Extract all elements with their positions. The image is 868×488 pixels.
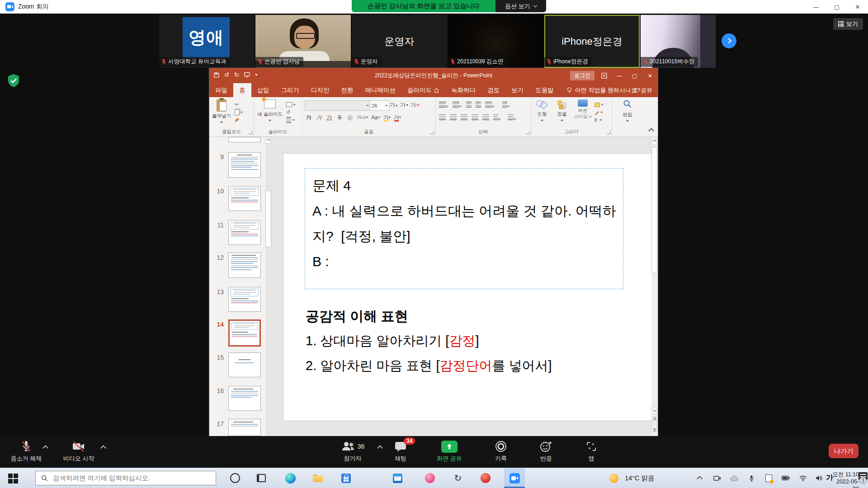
participant-tile[interactable]: 손광민 강사님 (255, 15, 351, 68)
view-options-button[interactable]: 옵션 보기 (495, 0, 546, 12)
start-video-button[interactable]: 비디오 시작 (58, 439, 99, 463)
microsoft-store-icon[interactable] (340, 473, 351, 483)
participant-tile[interactable]: 202110015박수정 (641, 15, 716, 68)
next-page-arrow-button[interactable] (722, 33, 736, 48)
search-input[interactable] (52, 474, 216, 482)
tell-me-box[interactable]: 어떤 작업을 원하시나요? (567, 83, 640, 97)
quick-styles-button[interactable]: 빠른스타일 (573, 99, 593, 119)
share-button[interactable]: 공유 (632, 83, 652, 97)
slide-textbox[interactable]: 문제 4 A : 내 실력으로 하버드대는 어려울 것 같아. 어떡하 지? [… (305, 168, 623, 289)
weather-sun-icon[interactable] (609, 474, 618, 482)
maximize-button[interactable]: ▢ (826, 0, 847, 14)
pink-app-icon[interactable] (425, 473, 435, 483)
tray-overflow-chevron[interactable] (697, 476, 703, 482)
leave-button[interactable]: 나가기 (829, 444, 859, 458)
previous-slide-button[interactable] (651, 416, 657, 423)
shrink-font-button[interactable]: 가▼ (400, 101, 409, 109)
edge-browser-icon[interactable] (285, 473, 296, 483)
increase-indent-button[interactable] (476, 101, 481, 109)
tab-design[interactable]: 디자인 (305, 83, 335, 97)
edit-button[interactable]: 편집 (618, 99, 637, 123)
ppt-maximize-button[interactable]: ▢ (627, 68, 642, 83)
tray-document-icon[interactable] (764, 474, 773, 482)
format-painter-button[interactable] (235, 116, 243, 124)
tab-help[interactable]: 도움말 (529, 83, 560, 97)
ribbon-display-options-icon[interactable] (596, 68, 612, 83)
unmute-button[interactable]: 음소거 해제 (6, 439, 46, 463)
file-explorer-icon[interactable] (312, 473, 323, 483)
participant-tile[interactable]: 202110039 김소연 (448, 15, 543, 68)
tab-review[interactable]: 검토 (481, 83, 505, 97)
highlight-color-button[interactable]: 가 (383, 113, 391, 122)
reactions-button[interactable]: 반응 (530, 439, 562, 463)
scroll-up-button[interactable] (651, 138, 657, 145)
red-app-icon[interactable] (480, 473, 491, 483)
ppt-close-button[interactable]: ✕ (642, 68, 658, 83)
tab-view[interactable]: 보기 (505, 83, 529, 97)
tab-draw[interactable]: 그리기 (275, 83, 306, 97)
battery-icon[interactable] (781, 474, 790, 482)
justify-button[interactable] (472, 114, 478, 122)
slide-thumb[interactable] (228, 419, 261, 436)
minimize-button[interactable]: — (806, 0, 826, 14)
tab-record[interactable]: 녹화하다 (445, 83, 481, 97)
tray-mic-icon[interactable] (747, 474, 756, 482)
onedrive-cloud-icon[interactable] (730, 474, 739, 482)
login-button[interactable]: 로그인 (570, 71, 594, 80)
paste-button[interactable]: 붙여넣기 (211, 99, 232, 125)
tab-insert[interactable]: 삽입 (251, 83, 275, 97)
slide-canvas[interactable]: 문제 4 A : 내 실력으로 하버드대는 어려울 것 같아. 어떡하 지? [… (283, 154, 654, 421)
record-button[interactable]: 기록 (485, 439, 517, 463)
scrollbar-thumb[interactable] (265, 191, 271, 247)
task-view-icon[interactable] (256, 473, 267, 483)
tab-home[interactable]: 홈 (233, 83, 251, 97)
bold-button[interactable]: 가 (305, 113, 312, 122)
zoom-taskbar-icon[interactable] (509, 473, 520, 483)
weather-text[interactable]: 14°C 맑음 (625, 474, 654, 483)
volume-icon[interactable] (815, 474, 824, 482)
shape-fill-button[interactable] (594, 101, 604, 108)
slide-thumb[interactable] (228, 386, 261, 411)
scrollbar-thumb[interactable] (651, 147, 657, 273)
dialog-launcher-icon[interactable] (249, 131, 252, 134)
tab-animations[interactable]: 애니메이션 (359, 83, 402, 97)
tab-transitions[interactable]: 전환 (335, 83, 359, 97)
arrange-button[interactable]: 정렬 (553, 99, 571, 123)
line-spacing-button[interactable] (485, 101, 495, 109)
slide-thumb[interactable] (228, 186, 261, 211)
tab-file[interactable]: 파일 (209, 83, 233, 97)
clock[interactable]: 오전 11:10 2022-05-02 (832, 471, 859, 488)
participant-tile[interactable]: 운영자 운영자 (352, 15, 447, 68)
text-direction-button[interactable] (502, 101, 510, 109)
grow-font-button[interactable]: 가▲ (390, 101, 398, 109)
slide-thumb[interactable] (228, 287, 261, 312)
font-name-combobox[interactable] (305, 100, 371, 111)
taskbar-search[interactable] (35, 471, 216, 485)
next-slide-button[interactable] (651, 425, 657, 432)
section-button[interactable] (286, 116, 296, 124)
video-options-chevron[interactable] (100, 445, 106, 451)
collapse-ribbon-icon[interactable] (648, 128, 654, 134)
numbering-button[interactable] (453, 101, 462, 109)
dialog-launcher-icon[interactable] (526, 131, 530, 134)
participants-button[interactable]: 36 참가자 (331, 439, 374, 463)
change-case-button[interactable]: Aa (371, 113, 381, 122)
sync-app-icon[interactable]: ↻ (453, 473, 463, 483)
slide-thumb[interactable] (228, 352, 261, 377)
dialog-launcher-icon[interactable] (430, 131, 434, 134)
shape-effects-button[interactable] (594, 116, 604, 124)
columns-button[interactable] (493, 114, 501, 122)
new-slide-button[interactable]: 새 슬라이드 (256, 99, 283, 123)
start-button[interactable] (8, 474, 18, 483)
decrease-indent-button[interactable] (466, 101, 472, 109)
mail-app-icon[interactable] (392, 473, 403, 483)
shapes-button[interactable]: 도형 (533, 99, 551, 123)
align-left-button[interactable] (439, 114, 446, 122)
align-right-button[interactable] (461, 114, 467, 122)
underline-button[interactable]: 가 (326, 113, 333, 122)
clear-format-button[interactable]: 가 (410, 101, 420, 109)
view-button[interactable]: 보기 (833, 18, 863, 30)
close-button[interactable]: ✕ (847, 0, 868, 14)
slide-thumb[interactable] (228, 220, 261, 245)
layout-button[interactable] (286, 101, 296, 108)
